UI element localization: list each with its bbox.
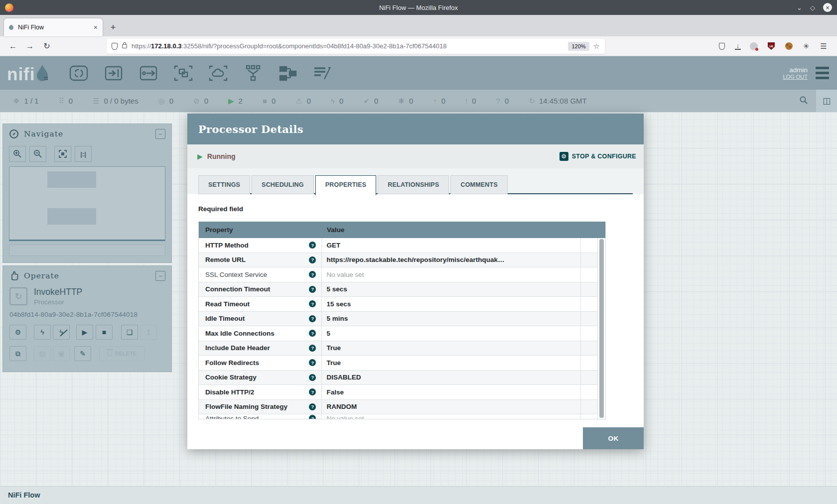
gear-button[interactable]: ⚙	[9, 325, 26, 340]
status-count: 0 / 0 bytes	[104, 97, 138, 105]
zoom-fit-button[interactable]	[54, 146, 71, 162]
lock-icon[interactable]	[122, 44, 127, 48]
brush-button[interactable]: ✎	[74, 346, 91, 361]
zoom-actual-button[interactable]: |:|	[75, 146, 92, 162]
new-tab-button[interactable]: +	[106, 20, 121, 35]
tab-comments[interactable]: COMMENTS	[450, 175, 508, 194]
refresh-icon[interactable]: ↻	[529, 97, 535, 106]
zoom-in-button[interactable]	[9, 146, 26, 162]
collapse-operate-button[interactable]: −	[155, 271, 165, 281]
cookie-extension-icon[interactable]	[784, 42, 793, 51]
stop-configure-button[interactable]: ⚙ STOP & CONFIGURE	[559, 152, 636, 161]
ok-button[interactable]: OK	[583, 427, 644, 449]
template-icon[interactable]	[277, 63, 299, 83]
table-scrollbar[interactable]	[597, 238, 605, 419]
help-icon[interactable]: ?	[309, 345, 316, 352]
extension-sparkle-icon[interactable]: ✳	[802, 42, 811, 51]
download-icon[interactable]: ↓	[735, 43, 741, 50]
property-row[interactable]: FlowFile Naming Strategy?RANDOM	[199, 400, 605, 415]
input-port-icon[interactable]	[103, 63, 125, 83]
property-row[interactable]: Max Idle Connections?5	[199, 326, 605, 341]
navigate-panel: Navigate − |:|	[2, 124, 172, 263]
global-menu-icon[interactable]	[816, 67, 829, 79]
browser-tab[interactable]: NiFi Flow ×	[4, 18, 103, 36]
status-count: 2	[239, 97, 243, 105]
ublock-icon[interactable]: U0	[767, 42, 776, 51]
collapse-navigate-button[interactable]: −	[155, 129, 165, 139]
close-icon[interactable]: ×	[823, 3, 832, 12]
tab-properties[interactable]: PROPERTIES	[315, 175, 377, 195]
zoom-level-badge[interactable]: 120%	[568, 42, 589, 51]
property-row[interactable]: Cookie Strategy?DISABLED	[199, 371, 605, 385]
reload-button[interactable]: ↻	[40, 39, 54, 53]
output-port-icon[interactable]	[138, 63, 159, 83]
tab-title: NiFi Flow	[18, 24, 94, 31]
property-row[interactable]: Remote URL?https://repo.stackable.tech/r…	[199, 253, 605, 268]
property-row[interactable]: Follow Redirects?True	[199, 356, 605, 371]
property-row[interactable]: Disable HTTP/2?False	[199, 385, 605, 400]
help-icon[interactable]: ?	[309, 359, 316, 366]
bookmark-star-icon[interactable]: ☆	[593, 42, 600, 51]
copy-button[interactable]: ⧉	[9, 346, 26, 361]
property-row[interactable]: Connection Timeout?5 secs	[199, 282, 605, 297]
help-icon[interactable]: ?	[309, 315, 316, 322]
processor-icon[interactable]	[68, 63, 90, 83]
property-row[interactable]: Idle Timeout?5 mins	[199, 312, 605, 327]
tab-settings[interactable]: SETTINGS	[198, 175, 250, 194]
property-name: Include Date Header?	[199, 341, 322, 356]
property-row[interactable]: HTTP Method?GET	[199, 238, 605, 253]
funnel-icon[interactable]	[242, 63, 264, 83]
status-cluster: ❖1 / 1	[13, 97, 39, 106]
search-icon[interactable]	[799, 96, 808, 106]
row-extra-cell	[580, 267, 597, 282]
minimize-icon[interactable]: ⌄	[797, 4, 802, 11]
help-icon[interactable]: ?	[309, 242, 316, 249]
last-refresh-time: 14:45:08 GMT	[539, 97, 587, 105]
lightning-slash-button[interactable]: ϟ	[53, 325, 70, 340]
help-icon[interactable]: ?	[309, 388, 316, 395]
tab-scheduling[interactable]: SCHEDULING	[252, 175, 314, 194]
menu-icon[interactable]: ☰	[819, 42, 828, 51]
tracking-shield-icon[interactable]	[112, 43, 118, 50]
property-name: Connection Timeout?	[199, 282, 322, 297]
processor-type-icon: ↻	[9, 287, 27, 305]
birdseye-map[interactable]	[9, 166, 165, 241]
back-button[interactable]: ←	[6, 39, 20, 53]
forward-button[interactable]: →	[23, 39, 37, 53]
breadcrumb[interactable]: NiFi Flow	[8, 491, 40, 499]
zoom-out-button[interactable]	[29, 146, 46, 162]
stop-button[interactable]: ■	[96, 325, 113, 340]
help-icon[interactable]: ?	[309, 330, 316, 337]
help-icon[interactable]: ?	[309, 374, 316, 381]
birdseye-component	[47, 208, 96, 225]
help-icon[interactable]: ?	[309, 300, 316, 307]
process-group-icon[interactable]	[172, 63, 194, 83]
tab-close-icon[interactable]: ×	[94, 23, 98, 31]
logout-link[interactable]: LOG OUT	[783, 74, 808, 80]
play-button[interactable]: ▶	[76, 325, 93, 340]
summary-panel-toggle[interactable]: ◫	[816, 90, 837, 112]
pocket-shield-icon[interactable]	[717, 42, 726, 51]
remote-process-group-icon[interactable]	[207, 63, 229, 83]
maximize-icon[interactable]: ◇	[810, 4, 815, 11]
locally-modified-stale-icon: !	[465, 97, 467, 105]
help-icon[interactable]: ?	[309, 256, 316, 263]
help-icon[interactable]: ?	[309, 286, 316, 293]
property-row[interactable]: Include Date Header?True	[199, 341, 605, 356]
row-extra-cell	[580, 297, 597, 311]
property-row[interactable]: SSL Context Service?No value set	[199, 267, 605, 282]
scrollbar-thumb[interactable]	[599, 239, 604, 418]
label-icon[interactable]	[312, 63, 334, 83]
url-field[interactable]: https://172.18.0.3:32558/nifi/?processGr…	[107, 39, 605, 54]
queue-icon: ☰	[93, 97, 99, 106]
save-flow-button[interactable]: ❏	[121, 325, 138, 340]
help-icon[interactable]: ?	[309, 403, 316, 410]
account-extension-icon[interactable]	[749, 42, 758, 51]
property-row[interactable]: Attributes to Send?No value set	[199, 414, 605, 419]
help-icon[interactable]: ?	[309, 271, 316, 278]
property-row[interactable]: Read Timeout?15 secs	[199, 297, 605, 312]
tab-relationships[interactable]: RELATIONSHIPS	[378, 175, 449, 194]
status-transmitting: ◎0	[158, 97, 173, 106]
help-icon[interactable]: ?	[309, 415, 316, 419]
lightning-button[interactable]: ϟ	[34, 325, 51, 340]
